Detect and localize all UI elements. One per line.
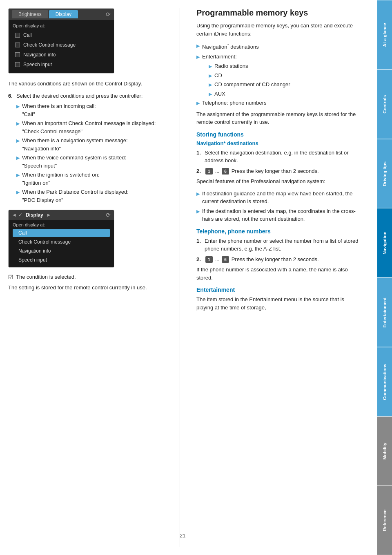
left-column: Brightness Display ⟳ Open display at: Ca…	[8, 8, 167, 547]
checkbox-nav[interactable]	[15, 52, 20, 57]
telephone-title: Telephone, phone numbers	[196, 228, 361, 235]
func-cd: ▶ CD	[196, 72, 361, 80]
tel-step2-text: Press the key longer than 2 seconds.	[232, 256, 319, 262]
right-column: Programmable memory keys Using the progr…	[192, 8, 361, 547]
arrow-checkcontrol: ▶	[16, 120, 20, 135]
para-setting-stored: The setting is stored for the remote con…	[8, 284, 167, 292]
arrow-special-2: ▶	[196, 208, 200, 223]
screen2-body: Open display at: Call Check Control mess…	[9, 220, 114, 267]
screen1-item-nav[interactable]: Navigation info	[13, 50, 110, 59]
screen1-item-call[interactable]: Call	[13, 31, 110, 40]
screen2-item-nav[interactable]: Navigation info	[13, 247, 110, 255]
tab-controls[interactable]: Controls	[377, 69, 392, 139]
arrow-cd-changer: ▶	[209, 81, 212, 89]
column-divider	[180, 8, 180, 547]
screen-icon: ⟳	[106, 11, 111, 18]
tel-step1: 1. Enter the phone number or select the …	[196, 237, 361, 253]
special-bullet-2: ▶ If the destination is entered via map,…	[196, 207, 361, 223]
tab-driving-tips[interactable]: Driving tips	[377, 139, 392, 208]
screen1-item-check-text: Check Control message	[23, 42, 76, 48]
func-radio: ▶ Radio stations	[196, 62, 361, 70]
func-radio-text: Radio stations	[214, 62, 248, 70]
checkbox-check[interactable]	[15, 43, 20, 47]
storing-functions-title: Storing functions	[196, 131, 361, 138]
checkbox-speech[interactable]	[15, 62, 20, 67]
tel-step2-num: 2.	[196, 255, 202, 264]
ellipsis-1: ...	[215, 168, 221, 174]
tab-mobility[interactable]: Mobility	[377, 416, 392, 486]
nav-arrow-right[interactable]: ►	[47, 212, 51, 218]
device-screen-2: ◄ ✓ Display ► ⟳ Open display at: Call Ch…	[8, 210, 114, 268]
nav-step1-num: 1.	[196, 149, 202, 165]
nav-step1-text: Select the navigation destination, e.g. …	[205, 149, 361, 165]
bullet-call: ▶ When there is an incoming call:"Call"	[8, 102, 167, 118]
ellipsis-tel: ...	[215, 256, 221, 262]
func-navigation-text: Navigation* destinations	[202, 42, 259, 51]
page-title: Programmable memory keys	[196, 8, 361, 18]
tel-step1-text: Enter the phone number or select the num…	[205, 237, 361, 253]
bullet-ignition: ▶ When the ignition is switched on:"Igni…	[8, 171, 167, 187]
bullet-navsys: ▶ When there is a navigation system mess…	[8, 137, 167, 152]
checkmark-note-text: The condition is selected.	[16, 274, 76, 280]
step6-text: Select the desired conditions and press …	[16, 92, 143, 100]
screen1-item-call-text: Call	[23, 32, 32, 38]
func-cd-changer: ▶ CD compartment of CD changer	[196, 81, 361, 89]
screen2-item-check[interactable]: Check Control message	[13, 238, 110, 246]
bullet-ignition-text: When the ignition is switched on:"Igniti…	[22, 171, 99, 187]
func-cd-changer-text: CD compartment of CD changer	[214, 81, 290, 89]
screen1-body: Open display at: Call Check Control mess…	[9, 20, 114, 73]
screen2-check-text: Check Control message	[18, 239, 71, 245]
bullet-navsys-text: When there is a navigation system messag…	[22, 137, 128, 152]
tel-step2: 2. 1 ... 6 Press the key longer than 2 s…	[196, 255, 361, 264]
arrow-telephone: ▶	[196, 100, 200, 107]
tab-communications[interactable]: Communications	[377, 347, 392, 416]
intro-text: Using the programmable memory keys, you …	[196, 22, 361, 38]
checkbox-call[interactable]	[15, 33, 20, 38]
screen2-item-speech[interactable]: Speech input	[13, 256, 110, 264]
entertainment-title: Entertainment	[196, 286, 361, 293]
tab-entertainment[interactable]: Entertainment	[377, 278, 392, 347]
tab-reference[interactable]: Reference	[377, 486, 392, 555]
screen1-item-check[interactable]: Check Control message	[13, 40, 110, 49]
tab-navigation[interactable]: Navigation	[377, 208, 392, 278]
entertainment-text: The item stored in the Entertainment men…	[196, 295, 361, 311]
screen1-item-nav-text: Navigation info	[23, 52, 56, 58]
arrow-entertainment: ▶	[196, 54, 200, 61]
arrow-navsys: ▶	[16, 137, 20, 152]
bullet-call-text: When there is an incoming call:"Call"	[22, 102, 96, 118]
nav-step2-text: Press the key longer than 2 seconds.	[232, 168, 319, 174]
screen1-item-speech-text: Speech input	[23, 62, 52, 67]
tel-step1-num: 1.	[196, 237, 202, 253]
bullet-voice-text: When the voice command system is started…	[22, 154, 126, 170]
tab-display[interactable]: Display	[49, 10, 78, 18]
screen1-item-speech[interactable]: Speech input	[13, 60, 110, 69]
tab-at-a-glance[interactable]: At a glance	[377, 0, 392, 69]
screen2-item-call[interactable]: Call	[13, 229, 110, 237]
key-badge-tel-6: 6	[222, 256, 229, 263]
arrow-special-1: ▶	[196, 190, 200, 206]
special-bullet-1: ▶ If destination guidance and the map vi…	[196, 190, 361, 206]
arrow-voice: ▶	[16, 154, 20, 170]
arrow-pdc: ▶	[16, 189, 20, 204]
bullet-pdc-text: When the Park Distance Control is displa…	[22, 188, 129, 204]
bullet-voice: ▶ When the voice command system is start…	[8, 154, 167, 170]
special-label: Special features of the Professional nav…	[196, 177, 361, 186]
assignment-note: The assignment of the programmable memor…	[196, 110, 361, 126]
screen2-speech-text: Speech input	[18, 257, 47, 263]
bullet-checkcontrol-text: When an important Check Control message …	[22, 119, 156, 135]
bullet-checkcontrol: ▶ When an important Check Control messag…	[8, 119, 167, 135]
nav-arrow-left[interactable]: ◄	[12, 212, 17, 218]
screen2-call-text: Call	[18, 230, 27, 236]
key-badge-tel-1: 1	[205, 256, 213, 263]
screen2-icon-right: ⟳	[106, 212, 111, 218]
special-bullet-2-text: If the destination is entered via map, t…	[202, 207, 361, 223]
screen2-header: ◄ ✓ Display ► ⟳	[9, 210, 114, 220]
func-aux: ▶ AUX	[196, 90, 361, 98]
device-screen-1: Brightness Display ⟳ Open display at: Ca…	[8, 8, 114, 74]
tab-brightness[interactable]: Brightness	[12, 10, 48, 18]
func-telephone-text: Telephone: phone numbers	[202, 99, 267, 107]
nav-step1: 1. Select the navigation destination, e.…	[196, 149, 361, 165]
arrow-navigation: ▶	[196, 43, 200, 51]
func-navigation: ▶ Navigation* destinations	[196, 42, 361, 51]
special-bullet-1-text: If destination guidance and the map view…	[202, 190, 361, 206]
